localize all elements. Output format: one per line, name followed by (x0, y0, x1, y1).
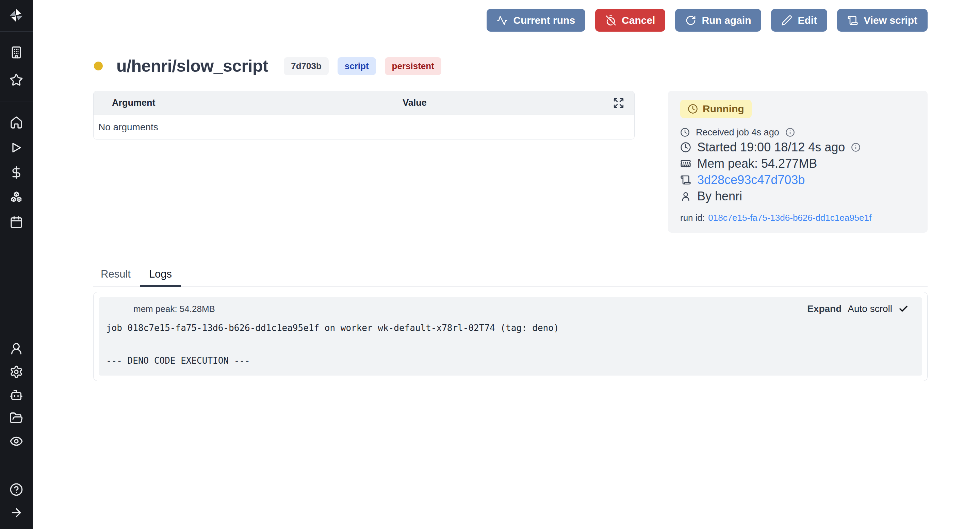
page-title: u/henri/slow_script (116, 56, 268, 76)
play-icon (10, 141, 23, 154)
sidebar-item-home[interactable] (0, 110, 33, 135)
sidebar-item-users[interactable] (0, 337, 33, 360)
auto-scroll-checkbox[interactable] (898, 304, 908, 314)
building-icon (10, 46, 23, 59)
main-content: Current runs Cancel Run again Edit View … (33, 0, 980, 529)
arrow-right-icon (10, 506, 23, 519)
started-row: Started 19:00 18/12 4s ago (680, 139, 915, 156)
clock-icon (688, 104, 698, 114)
pen-icon (781, 15, 792, 26)
view-script-label: View script (864, 14, 917, 26)
triggered-by-row: By henri (680, 188, 915, 205)
sidebar-item-favorites[interactable] (0, 67, 33, 92)
logs-expand-button[interactable]: Expand (807, 303, 842, 315)
refresh-icon (685, 15, 696, 26)
triggered-by-text: By henri (697, 189, 742, 203)
run-again-button[interactable]: Run again (675, 9, 761, 32)
status-dot (94, 62, 103, 70)
expand-icon (613, 97, 624, 109)
scroll-icon (680, 175, 691, 186)
user-icon (680, 191, 691, 202)
script-hash-link[interactable]: 3d28ce93c47d703b (697, 173, 805, 187)
auto-scroll-label[interactable]: Auto scroll (848, 303, 892, 315)
sidebar-item-resources[interactable] (0, 185, 33, 210)
timer-off-icon (605, 15, 616, 26)
sidebar-item-settings[interactable] (0, 360, 33, 383)
scroll-icon (847, 15, 858, 26)
tab-result[interactable]: Result (93, 268, 140, 286)
run-id-link[interactable]: 018c7e15-fa75-13d6-b626-dd1c1ea95e1f (708, 213, 872, 223)
edit-button[interactable]: Edit (771, 9, 827, 32)
activity-icon (497, 15, 508, 26)
sidebar-item-schedules[interactable] (0, 210, 33, 234)
log-line (106, 336, 915, 353)
received-job-text: Received job 4s ago (696, 127, 779, 138)
title-badges: 7d703b script persistent (284, 57, 441, 75)
logs-header: mem peak: 54.28MB Expand Auto scroll (106, 303, 915, 315)
running-status-label: Running (703, 103, 744, 114)
persistent-badge: persistent (385, 57, 441, 75)
user-icon (10, 342, 23, 356)
received-job-row: Received job 4s ago (680, 125, 915, 139)
arguments-empty-row: No arguments (94, 115, 634, 139)
expand-table-button[interactable] (603, 97, 634, 109)
app-window: Current runs Cancel Run again Edit View … (0, 0, 980, 529)
eye-icon (10, 434, 23, 448)
help-circle-icon (10, 483, 23, 496)
log-line: job 018c7e15-fa75-13d6-b626-dd1c1ea95e1f… (106, 320, 915, 336)
dollar-icon (10, 166, 23, 179)
windmill-logo[interactable] (0, 0, 33, 32)
tab-logs[interactable]: Logs (140, 268, 181, 286)
logs-controls: Expand Auto scroll (807, 303, 915, 315)
info-icon[interactable] (851, 143, 861, 152)
mem-peak-row: Mem peak: 54.277MB (680, 156, 915, 172)
value-column-header: Value (226, 98, 603, 108)
current-runs-label: Current runs (513, 14, 575, 26)
view-script-button[interactable]: View script (837, 9, 928, 32)
run-id-row: run id: 018c7e15-fa75-13d6-b626-dd1c1ea9… (680, 213, 915, 223)
run-again-label: Run again (702, 14, 751, 26)
sidebar-workspace-group (0, 40, 33, 102)
info-icon[interactable] (785, 127, 795, 137)
script-hash-row: 3d28ce93c47d703b (680, 172, 915, 188)
running-status-badge: Running (680, 100, 752, 118)
logs-card: mem peak: 54.28MB Expand Auto scroll job… (93, 292, 928, 381)
boxes-icon (10, 191, 23, 204)
logs-panel: mem peak: 54.28MB Expand Auto scroll job… (99, 297, 922, 376)
star-icon (10, 73, 23, 87)
robot-icon (10, 388, 23, 402)
run-overview-row: Argument Value No arguments Running Rece… (93, 91, 928, 233)
run-status-panel: Running Received job 4s ago Started 19:0… (668, 91, 928, 233)
mem-peak-text: Mem peak: 54.277MB (697, 156, 817, 171)
sidebar-main-nav (0, 110, 33, 234)
sidebar-admin-nav (0, 337, 33, 529)
cancel-label: Cancel (622, 14, 655, 26)
run-id-label: run id: (680, 213, 705, 223)
hash-badge: 7d703b (284, 57, 329, 75)
gear-icon (10, 365, 23, 379)
edit-label: Edit (798, 14, 817, 26)
sidebar-item-workspace[interactable] (0, 40, 33, 65)
sidebar-item-help[interactable] (0, 478, 33, 501)
cancel-button[interactable]: Cancel (595, 9, 665, 32)
home-icon (10, 116, 23, 130)
argument-column-header: Argument (94, 98, 226, 108)
sidebar-item-audit-logs[interactable] (0, 430, 33, 453)
current-runs-button[interactable]: Current runs (487, 9, 585, 32)
sidebar-item-workers[interactable] (0, 383, 33, 407)
log-output: job 018c7e15-fa75-13d6-b626-dd1c1ea95e1f… (106, 320, 915, 369)
sidebar-item-variables[interactable] (0, 160, 33, 185)
memory-icon (680, 158, 691, 169)
script-title-row: u/henri/slow_script 7d703b script persis… (93, 56, 928, 76)
clock-icon (680, 142, 691, 153)
started-text: Started 19:00 18/12 4s ago (697, 140, 845, 154)
sidebar (0, 0, 33, 529)
arguments-table-header: Argument Value (94, 91, 634, 115)
arguments-table: Argument Value No arguments (93, 91, 635, 140)
sidebar-item-folders[interactable] (0, 407, 33, 430)
result-logs-tabs: Result Logs (93, 268, 928, 287)
sidebar-item-runs[interactable] (0, 135, 33, 160)
windmill-logo-icon (8, 8, 24, 24)
sidebar-expand-toggle[interactable] (0, 501, 33, 524)
kind-badge: script (337, 57, 376, 75)
